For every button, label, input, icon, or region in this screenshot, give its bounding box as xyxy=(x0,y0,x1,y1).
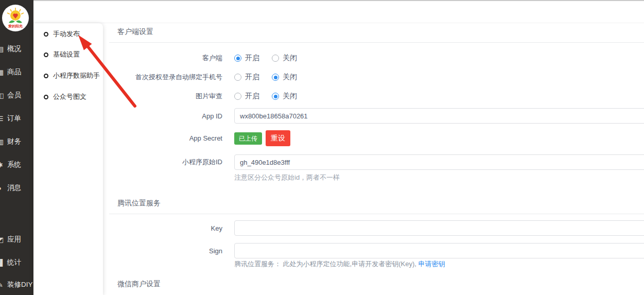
subnav-item-label: 小程序数据助手 xyxy=(53,71,100,80)
sidebar-item-label: 系统 xyxy=(7,160,21,169)
subnav-item-miniprogram-assistant[interactable]: 小程序数据助手 xyxy=(33,71,103,81)
goods-icon: ▦ xyxy=(0,68,5,76)
dashboard-icon: ▤ xyxy=(0,45,5,53)
radio-unchecked-icon[interactable] xyxy=(234,74,241,81)
brand-logo[interactable]: 爱的阳光 xyxy=(2,5,29,31)
field-label: 小程序原始ID xyxy=(103,158,222,167)
reset-secret-button[interactable]: 重设 xyxy=(266,130,290,146)
sidebar-item-label: 概况 xyxy=(7,44,21,54)
hint-text: 腾讯位置服务： 此处为小程序定位功能,申请开发者密钥(Key), xyxy=(234,260,419,268)
sidebar-item-apps[interactable]: ◩ 应用 xyxy=(0,234,33,245)
circle-bullet-icon xyxy=(44,32,48,37)
sidebar-item-label: 消息 xyxy=(7,183,21,193)
radio-bind-phone-off[interactable]: 关闭 xyxy=(272,73,297,82)
secondary-sidebar: 手动发布 基础设置 小程序数据助手 公众号图文 xyxy=(33,23,103,295)
finance-icon: ▥ xyxy=(0,138,5,146)
uploaded-status-badge: 已上传 xyxy=(234,132,262,145)
system-icon: ✱ xyxy=(0,161,5,169)
subnav-item-official-articles[interactable]: 公众号图文 xyxy=(33,92,103,102)
radio-checked-icon[interactable] xyxy=(272,93,279,100)
form-row-app-id: App ID xyxy=(103,108,644,124)
radio-checked-icon[interactable] xyxy=(234,55,241,62)
message-icon: ● xyxy=(0,184,5,192)
field-label: App ID xyxy=(103,112,222,120)
sidebar-item-system[interactable]: ✱ 系统 xyxy=(0,160,33,170)
radio-image-review-on[interactable]: 开启 xyxy=(234,92,259,101)
form-row-key: Key xyxy=(103,220,644,236)
radio-unchecked-icon[interactable] xyxy=(234,93,241,100)
radio-image-review-off[interactable]: 关闭 xyxy=(272,92,297,101)
stats-icon: ▟ xyxy=(0,259,5,267)
apps-icon: ◩ xyxy=(0,236,5,244)
circle-bullet-icon xyxy=(44,95,48,99)
radio-checked-icon[interactable] xyxy=(272,74,279,81)
circle-bullet-icon xyxy=(44,74,48,78)
radio-client-on[interactable]: 开启 xyxy=(234,54,259,63)
location-service-hint: 腾讯位置服务： 此处为小程序定位功能,申请开发者密钥(Key), 申请密钥 xyxy=(234,259,445,269)
form-row-app-secret: App Secret 已上传 重设 xyxy=(103,130,644,146)
subnav-item-label: 手动发布 xyxy=(53,29,80,39)
sidebar-item-members[interactable]: ◫ 会员 xyxy=(0,90,33,100)
subnav-item-basic-settings[interactable]: 基础设置 xyxy=(33,49,103,60)
radio-label: 开启 xyxy=(245,92,259,101)
field-label: 首次授权登录自动绑定手机号 xyxy=(103,73,222,82)
circle-bullet-icon xyxy=(44,53,48,57)
sidebar-item-label: 应用 xyxy=(7,235,21,244)
form-row-original-id: 小程序原始ID xyxy=(103,154,644,170)
section-title-tencent-location: 腾讯位置服务 xyxy=(117,199,161,208)
field-label: App Secret xyxy=(103,134,222,142)
original-id-hint: 注意区分公众号原始id，两者不一样 xyxy=(234,173,340,182)
radio-label: 开启 xyxy=(245,73,259,82)
subnav-item-label: 基础设置 xyxy=(53,50,80,59)
app-id-input[interactable] xyxy=(234,108,644,124)
location-key-input[interactable] xyxy=(234,220,644,236)
sidebar-item-overview[interactable]: ▤ 概况 xyxy=(0,44,33,54)
original-id-input[interactable] xyxy=(234,154,644,170)
field-label: 客户端 xyxy=(103,54,222,63)
radio-client-off[interactable]: 关闭 xyxy=(272,54,297,63)
logo-text: 爱的阳光 xyxy=(8,24,23,28)
form-row-bind-phone: 首次授权登录自动绑定手机号 开启 关闭 xyxy=(103,72,644,83)
sidebar-item-label: 装修DIY xyxy=(7,280,33,289)
top-header-bar xyxy=(33,0,644,23)
field-label: Sign xyxy=(103,247,222,255)
sidebar-item-messages[interactable]: ● 消息 xyxy=(0,183,33,193)
section-divider xyxy=(109,42,644,43)
radio-label: 关闭 xyxy=(283,92,297,101)
members-icon: ◫ xyxy=(0,92,5,99)
radio-label: 关闭 xyxy=(283,54,297,63)
sidebar-item-finance[interactable]: ▥ 财务 xyxy=(0,136,33,147)
orders-icon: ☰ xyxy=(0,115,5,123)
sidebar-item-label: 财务 xyxy=(7,137,21,146)
section-title-wechat-merchant: 微信商户设置 xyxy=(117,280,161,289)
sidebar-item-goods[interactable]: ▦ 商品 xyxy=(0,67,33,77)
sidebar-item-label: 订单 xyxy=(7,114,21,123)
subnav-item-manual-publish[interactable]: 手动发布 xyxy=(33,29,103,39)
radio-label: 关闭 xyxy=(283,73,297,82)
location-sign-input[interactable] xyxy=(234,243,644,258)
main-content: 客户端设置 客户端 开启 关闭 首次授权登录自动绑定手机号 开启 关闭 xyxy=(103,23,644,295)
field-label: Key xyxy=(103,224,222,232)
apply-key-link[interactable]: 申请密钥 xyxy=(419,260,445,268)
form-row-image-review: 图片审查 开启 关闭 xyxy=(103,91,644,102)
sidebar-item-diy[interactable]: ✎ 装修DIY xyxy=(0,280,33,290)
section-divider xyxy=(109,214,644,214)
form-row-sign: Sign xyxy=(103,243,644,258)
sidebar-item-orders[interactable]: ☰ 订单 xyxy=(0,113,33,124)
section-title-client-settings: 客户端设置 xyxy=(117,27,153,37)
subnav-item-label: 公众号图文 xyxy=(53,92,86,101)
sidebar-item-label: 会员 xyxy=(7,91,21,100)
radio-unchecked-icon[interactable] xyxy=(272,55,279,62)
sidebar-item-label: 统计 xyxy=(7,258,21,267)
sidebar-item-label: 商品 xyxy=(7,67,21,77)
primary-sidebar: 爱的阳光 ▤ 概况 ▦ 商品 ◫ 会员 ☰ 订单 ▥ 财务 ✱ 系统 ● 消息 … xyxy=(0,0,33,295)
form-row-client: 客户端 开启 关闭 xyxy=(103,53,644,64)
diy-icon: ✎ xyxy=(0,281,5,289)
radio-label: 开启 xyxy=(245,54,259,63)
sun-heart-logo-icon: 爱的阳光 xyxy=(4,6,27,30)
field-label: 图片审查 xyxy=(103,92,222,101)
radio-bind-phone-on[interactable]: 开启 xyxy=(234,73,259,82)
sidebar-item-stats[interactable]: ▟ 统计 xyxy=(0,257,33,268)
